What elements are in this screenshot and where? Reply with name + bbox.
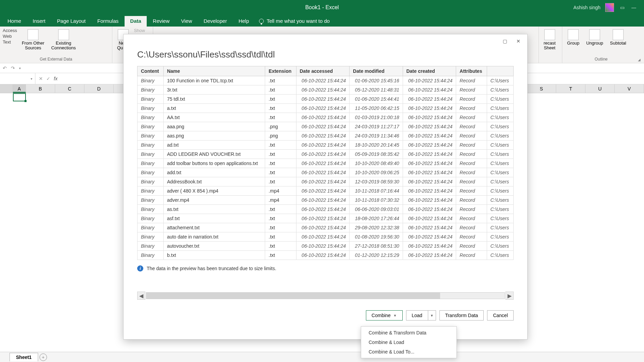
tab-page-layout[interactable]: Page Layout (52, 16, 91, 27)
table-cell: adver.mp4 (163, 196, 265, 205)
column-header-cell[interactable]: Extension (265, 66, 296, 76)
combine-load-item[interactable]: Combine & Load (361, 338, 456, 347)
tab-data[interactable]: Data (125, 16, 147, 27)
column-header[interactable]: A (13, 84, 26, 93)
tab-view[interactable]: View (176, 16, 197, 27)
from-access-button[interactable]: Access (3, 28, 17, 33)
user-name: Ashish singh (574, 5, 600, 10)
column-header-cell[interactable] (487, 66, 513, 76)
table-row[interactable]: Binary3r.txt.txt06-10-2022 15:44:2405-12… (138, 85, 514, 95)
cancel-formula-icon[interactable]: ✕ (39, 76, 43, 81)
add-sheet-button[interactable]: + (39, 353, 47, 361)
column-header-cell[interactable]: Date created (403, 66, 456, 76)
table-cell: .txt (265, 104, 296, 113)
table-row[interactable]: BinaryAA.txt.txt06-10-2022 15:44:2401-03… (138, 113, 514, 122)
table-cell: 01-08-2020 19:56:30 (350, 232, 403, 242)
table-row[interactable]: Binaryadver.mp4.mp406-10-2022 15:44:2410… (138, 196, 514, 205)
table-row[interactable]: Binaryasf.txt.txt06-10-2022 15:44:2418-0… (138, 214, 514, 223)
combine-transform-data-item[interactable]: Combine & Transform Data (361, 328, 456, 338)
table-cell: as.txt (163, 205, 265, 214)
column-header-cell[interactable]: Content (138, 66, 164, 76)
group-button[interactable]: Group (565, 28, 581, 47)
horizontal-scrollbar[interactable]: ◀ ▶ (137, 291, 514, 300)
load-button[interactable]: Load (406, 310, 428, 320)
select-all-corner[interactable] (0, 84, 13, 93)
enter-formula-icon[interactable]: ✓ (46, 76, 50, 81)
tab-review[interactable]: Review (147, 16, 175, 27)
column-header-cell[interactable]: Date modified (350, 66, 403, 76)
table-cell: C:\Users (487, 113, 513, 122)
tab-developer[interactable]: Developer (198, 16, 232, 27)
table-row[interactable]: Binaryautovoucher.txt.txt06-10-2022 15:4… (138, 242, 514, 251)
table-row[interactable]: Binaryadver ( 480 X 854 ).mp4.mp406-10-2… (138, 186, 514, 196)
column-header[interactable]: D (84, 84, 114, 93)
column-header[interactable]: V (615, 84, 644, 93)
dialog-close-icon[interactable]: ✕ (512, 36, 525, 46)
table-cell: .txt (265, 223, 296, 232)
table-row[interactable]: Binaryattachement.txt.txt06-10-2022 15:4… (138, 223, 514, 232)
combine-load-to-item[interactable]: Combine & Load To... (361, 347, 456, 357)
table-row[interactable]: Binaryauto date in narration.txt.txt06-1… (138, 232, 514, 242)
scroll-thumb[interactable] (146, 293, 440, 299)
customize-qat-icon[interactable]: ▾ (19, 66, 21, 70)
tab-insert[interactable]: Insert (27, 16, 51, 27)
ribbon-display-options-icon[interactable]: ▭ (619, 4, 626, 11)
column-header[interactable]: U (585, 84, 615, 93)
scroll-left-icon[interactable]: ◀ (137, 292, 145, 300)
table-row[interactable]: BinaryAddressBook.txt.txt06-10-2022 15:4… (138, 177, 514, 186)
minimize-icon[interactable]: — (630, 4, 637, 11)
tab-formulas[interactable]: Formulas (92, 16, 124, 27)
cancel-button[interactable]: Cancel (487, 310, 514, 320)
table-row[interactable]: Binary75 tdl.txt.txt06-10-2022 15:44:240… (138, 95, 514, 104)
name-box[interactable]: ▾ (0, 73, 35, 84)
table-row[interactable]: Binaryaaa.png.png06-10-2022 15:44:2424-0… (138, 122, 514, 131)
table-cell: 10-11-2018 07:30:32 (350, 196, 403, 205)
table-cell: C:\Users (487, 232, 513, 242)
sheet-tab[interactable]: Sheet1 (10, 353, 38, 361)
selected-cell[interactable] (13, 93, 26, 101)
tab-home[interactable]: Home (2, 16, 27, 27)
combine-button[interactable]: Combine ▼ (366, 310, 403, 320)
column-header[interactable]: S (527, 84, 556, 93)
column-header-cell[interactable]: Attributes (456, 66, 487, 76)
column-header[interactable]: B (26, 84, 55, 93)
column-header[interactable]: C (55, 84, 84, 93)
forecast-sheet-button[interactable]: recast Sheet (542, 28, 558, 52)
table-cell: ADD LEDGER AND VOUCHER.txt (163, 150, 265, 159)
table-row[interactable]: Binaryad.txt.txt06-10-2022 15:44:2418-10… (138, 141, 514, 150)
dialog-maximize-icon[interactable]: ▢ (499, 36, 511, 46)
document-title: Book1 - Excel (305, 4, 339, 11)
table-row[interactable]: Binaryb.txt.txt06-10-2022 15:44:2401-12-… (138, 251, 514, 260)
scroll-right-icon[interactable]: ▶ (505, 292, 514, 300)
table-row[interactable]: Binaryadd toolbar buttons to open applic… (138, 159, 514, 168)
user-avatar[interactable] (605, 3, 614, 12)
redo-icon[interactable]: ↷ (11, 65, 15, 71)
column-header-cell[interactable]: Date accessed (296, 66, 350, 76)
column-header-cell[interactable]: Name (163, 66, 265, 76)
table-row[interactable]: Binaryaas.png.png06-10-2022 15:44:2424-0… (138, 131, 514, 141)
ribbon-tabs: Home Insert Page Layout Formulas Data Re… (0, 15, 644, 27)
table-row[interactable]: Binaryas.txt.txt06-10-2022 15:44:2406-06… (138, 205, 514, 214)
from-web-button[interactable]: Web (3, 34, 17, 39)
insert-function-icon[interactable]: fx (54, 76, 58, 81)
from-other-sources-button[interactable]: From Other Sources (20, 28, 46, 52)
subtotal-button[interactable]: Subtotal (608, 28, 628, 47)
name-box-dropdown-icon[interactable]: ▾ (31, 77, 32, 81)
scroll-track[interactable] (146, 292, 505, 299)
table-row[interactable]: Binaryadd.txt.txt06-10-2022 15:44:2410-1… (138, 168, 514, 177)
tab-help[interactable]: Help (233, 16, 255, 27)
from-text-button[interactable]: Text (3, 39, 17, 45)
ungroup-button[interactable]: Ungroup (584, 28, 605, 47)
tell-me-search[interactable]: Tell me what you want to do (255, 16, 334, 27)
outline-dialog-launcher-icon[interactable]: ◢ (637, 58, 641, 62)
existing-connections-button[interactable]: Existing Connections (49, 28, 78, 52)
transform-data-button[interactable]: Transform Data (439, 310, 484, 320)
column-header[interactable]: T (556, 84, 585, 93)
load-dropdown-button[interactable]: ▼ (428, 310, 436, 320)
table-row[interactable]: BinaryADD LEDGER AND VOUCHER.txt.txt06-1… (138, 150, 514, 159)
undo-icon[interactable]: ↶ (3, 65, 7, 71)
table-cell: Binary (138, 251, 164, 260)
existing-connections-icon (58, 29, 69, 40)
table-row[interactable]: Binary100 Function in one TDL.tcp.txt.tx… (138, 76, 514, 85)
table-row[interactable]: Binarya.txt.txt06-10-2022 15:44:2411-05-… (138, 104, 514, 113)
